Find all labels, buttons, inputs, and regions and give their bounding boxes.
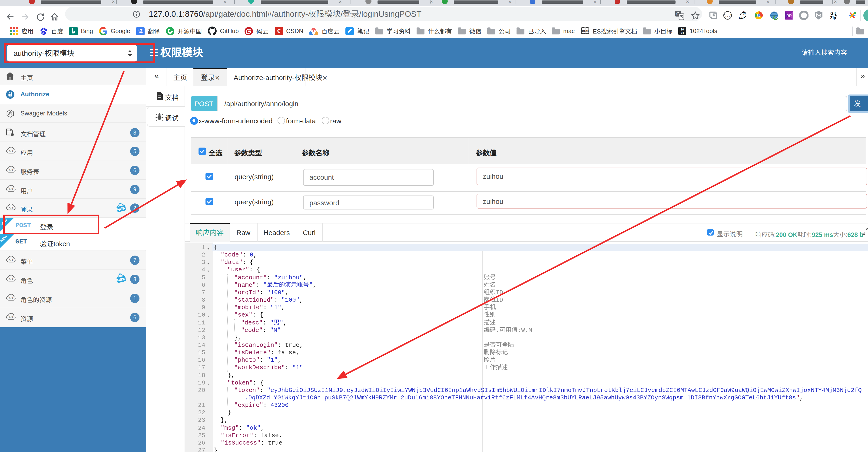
svg-text:API: API bbox=[9, 150, 13, 152]
svg-text:译: 译 bbox=[138, 27, 143, 34]
svg-text:API: API bbox=[9, 206, 13, 209]
svg-text:10: 10 bbox=[681, 28, 684, 31]
svg-text:Git: Git bbox=[830, 11, 836, 16]
svg-text:API: API bbox=[9, 297, 13, 299]
svg-text:{...}: {...} bbox=[723, 14, 732, 18]
svg-text:API: API bbox=[9, 188, 13, 190]
svg-text:10: 10 bbox=[581, 29, 585, 33]
svg-text:Zip: Zip bbox=[830, 16, 836, 20]
svg-text:API: API bbox=[9, 316, 13, 318]
svg-text:RP: RP bbox=[786, 14, 792, 18]
svg-text:API: API bbox=[9, 259, 13, 261]
svg-text:API: API bbox=[9, 278, 13, 280]
svg-text:du: du bbox=[42, 31, 45, 34]
svg-text:API: API bbox=[9, 169, 13, 171]
svg-text:24: 24 bbox=[585, 29, 589, 33]
svg-text:24: 24 bbox=[681, 31, 684, 34]
